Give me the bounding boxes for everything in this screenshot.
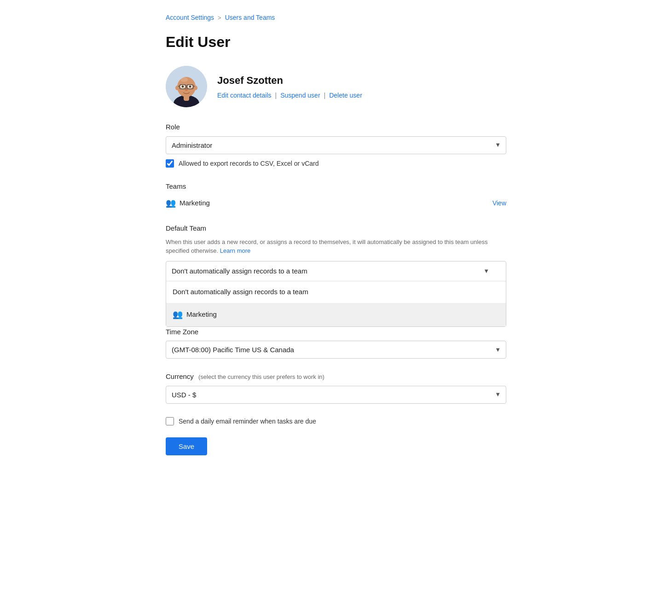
team-icon: 👥 <box>166 197 176 209</box>
page-wrapper: Account Settings > Users and Teams Edit … <box>147 0 525 483</box>
svg-point-15 <box>185 89 188 91</box>
action-sep-2: | <box>324 91 326 100</box>
team-row: 👥 Marketing View <box>166 196 506 210</box>
role-select-wrapper: Administrator Standard User Read Only ▼ <box>166 136 506 154</box>
role-section: Role Administrator Standard User Read On… <box>166 122 506 169</box>
dropdown-team-icon: 👥 <box>173 308 183 321</box>
default-team-description: When this user adds a new record, or ass… <box>166 238 506 256</box>
timezone-label: Time Zone <box>166 327 506 337</box>
currency-select[interactable]: USD - $ EUR - € GBP - £ <box>166 386 506 404</box>
currency-section: Currency (select the currency this user … <box>166 372 506 404</box>
dropdown-list: Don't automatically assign records to a … <box>166 281 506 326</box>
user-name: Josef Szotten <box>217 73 362 88</box>
currency-label: Currency (select the currency this user … <box>166 372 506 382</box>
currency-label-text: Currency <box>166 372 194 380</box>
dropdown-chevron-icon: ▼ <box>483 267 489 276</box>
default-team-dropdown[interactable]: Don't automatically assign records to a … <box>166 261 506 327</box>
default-team-desc-text: When this user adds a new record, or ass… <box>166 238 487 255</box>
dropdown-selected-option[interactable]: Don't automatically assign records to a … <box>166 262 506 282</box>
dropdown-selected-text: Don't automatically assign records to a … <box>172 266 307 277</box>
action-sep-1: | <box>275 91 277 100</box>
currency-select-wrapper: USD - $ EUR - € GBP - £ ▼ <box>166 386 506 404</box>
role-select[interactable]: Administrator Standard User Read Only <box>166 136 506 154</box>
svg-line-14 <box>193 86 195 87</box>
email-reminder-checkbox[interactable] <box>166 417 174 425</box>
learn-more-link[interactable]: Learn more <box>220 247 250 254</box>
timezone-section: Time Zone (GMT-08:00) Pacific Time US & … <box>166 327 506 359</box>
dropdown-option-none-text: Don't automatically assign records to a … <box>173 287 308 297</box>
page-title: Edit User <box>166 31 506 53</box>
default-team-section: Default Team When this user adds a new r… <box>166 223 506 327</box>
export-checkbox-row: Allowed to export records to CSV, Excel … <box>166 159 506 169</box>
edit-contact-link[interactable]: Edit contact details <box>217 91 272 100</box>
default-team-label: Default Team <box>166 223 506 234</box>
role-label: Role <box>166 122 506 133</box>
breadcrumb: Account Settings > Users and Teams <box>166 13 506 23</box>
breadcrumb-account-settings[interactable]: Account Settings <box>166 13 214 23</box>
teams-section: Teams 👥 Marketing View <box>166 181 506 211</box>
svg-line-13 <box>178 86 180 87</box>
dropdown-option-marketing-text: Marketing <box>186 309 217 320</box>
user-actions: Edit contact details | Suspend user | De… <box>217 91 362 100</box>
user-info: Josef Szotten Edit contact details | Sus… <box>217 73 362 100</box>
svg-point-9 <box>189 86 191 88</box>
email-reminder-label[interactable]: Send a daily email reminder when tasks a… <box>179 417 316 426</box>
team-view-link[interactable]: View <box>492 198 506 208</box>
delete-user-link[interactable]: Delete user <box>329 91 362 100</box>
suspend-user-link[interactable]: Suspend user <box>280 91 320 100</box>
svg-point-8 <box>182 86 184 88</box>
breadcrumb-separator: > <box>218 13 221 23</box>
svg-point-16 <box>180 77 188 82</box>
teams-label: Teams <box>166 181 506 192</box>
timezone-select[interactable]: (GMT-08:00) Pacific Time US & Canada <box>166 341 506 359</box>
user-header: Josef Szotten Edit contact details | Sus… <box>166 66 506 107</box>
save-button[interactable]: Save <box>166 437 207 455</box>
team-name: Marketing <box>180 198 210 209</box>
dropdown-option-none[interactable]: Don't automatically assign records to a … <box>166 281 506 303</box>
export-checkbox[interactable] <box>166 159 174 168</box>
avatar <box>166 66 207 107</box>
timezone-select-wrapper: (GMT-08:00) Pacific Time US & Canada ▼ <box>166 341 506 359</box>
export-checkbox-label[interactable]: Allowed to export records to CSV, Excel … <box>179 159 319 169</box>
breadcrumb-users-and-teams[interactable]: Users and Teams <box>225 13 275 23</box>
dropdown-option-marketing[interactable]: 👥 Marketing <box>166 303 506 326</box>
email-reminder-row: Send a daily email reminder when tasks a… <box>166 417 506 426</box>
currency-sublabel: (select the currency this user prefers t… <box>198 373 324 380</box>
team-row-left: 👥 Marketing <box>166 197 210 209</box>
